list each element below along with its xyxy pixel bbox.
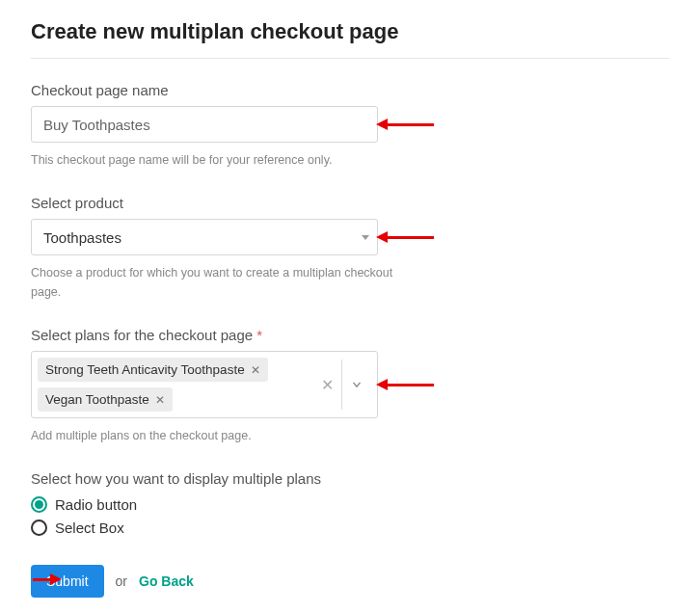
field-display-mode: Select how you want to display multiple … [31, 470, 669, 536]
required-marker: * [256, 327, 262, 343]
select-product-dropdown[interactable]: Toothpastes [31, 219, 378, 255]
field-checkout-name: Checkout page name This checkout page na… [31, 82, 669, 170]
checkout-name-input[interactable] [31, 106, 378, 143]
display-option-select-box[interactable]: Select Box [31, 520, 669, 536]
display-option-label: Select Box [55, 520, 124, 536]
plan-chip: Strong Teeth Anticavity Toothpaste ✕ [38, 358, 268, 382]
divider [31, 58, 669, 59]
display-option-label: Radio button [55, 496, 137, 513]
display-option-radio-button[interactable]: Radio button [31, 496, 669, 513]
or-text: or [116, 573, 127, 589]
page-title: Create new multiplan checkout page [31, 19, 669, 44]
annotation-arrow-icon [33, 573, 62, 585]
chip-remove-icon[interactable]: ✕ [251, 364, 260, 376]
multiselect-controls: ✕ [308, 352, 377, 417]
select-plans-label: Select plans for the checkout page * [31, 327, 669, 343]
annotation-arrow-icon [386, 123, 434, 126]
field-select-product: Select product Toothpastes Choose a prod… [31, 195, 669, 302]
annotation-arrow-icon [386, 236, 434, 239]
clear-all-icon[interactable]: ✕ [313, 376, 341, 394]
select-plans-hint: Add multiple plans on the checkout page. [31, 426, 417, 445]
plan-chip: Vegan Toothpaste ✕ [38, 387, 173, 412]
plan-chip-label: Vegan Toothpaste [45, 392, 149, 407]
radio-icon [31, 520, 47, 536]
field-select-plans: Select plans for the checkout page * Str… [31, 327, 669, 445]
chips-container: Strong Teeth Anticavity Toothpaste ✕ Veg… [32, 352, 308, 417]
plan-chip-label: Strong Teeth Anticavity Toothpaste [45, 362, 245, 377]
chevron-down-icon[interactable] [342, 378, 371, 391]
go-back-link[interactable]: Go Back [139, 573, 194, 589]
radio-icon [31, 496, 47, 513]
annotation-arrow-icon [386, 384, 434, 386]
select-product-label: Select product [31, 195, 669, 211]
checkout-name-hint: This checkout page name will be for your… [31, 150, 417, 170]
chevron-down-icon [362, 235, 369, 240]
checkout-name-label: Checkout page name [31, 82, 669, 98]
chip-remove-icon[interactable]: ✕ [155, 394, 165, 406]
select-plans-multiselect[interactable]: Strong Teeth Anticavity Toothpaste ✕ Veg… [31, 351, 378, 418]
display-mode-label: Select how you want to display multiple … [31, 470, 669, 487]
select-product-value: Toothpastes [43, 229, 121, 246]
select-product-hint: Choose a product for which you want to c… [31, 263, 417, 302]
